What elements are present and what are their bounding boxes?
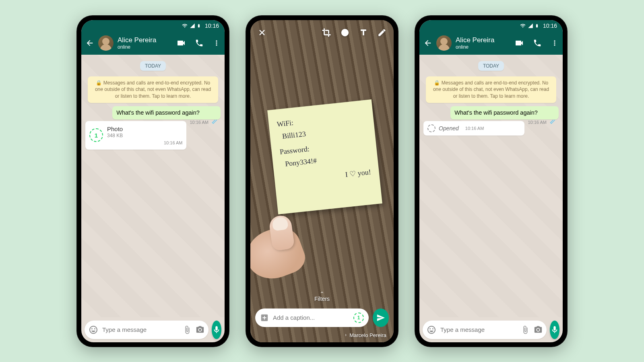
lock-icon: 🔒	[434, 80, 440, 86]
battery-icon	[535, 23, 539, 29]
attach-icon[interactable]	[521, 325, 530, 334]
message-input-field[interactable]	[85, 321, 208, 339]
svg-point-3	[346, 31, 347, 32]
camera-icon[interactable]	[534, 325, 543, 334]
back-arrow-icon[interactable]	[423, 39, 432, 47]
message-text: What's the wifi password again?	[454, 109, 538, 116]
close-icon[interactable]	[258, 28, 266, 37]
svg-point-1	[342, 29, 349, 36]
emoji-icon[interactable]	[89, 325, 98, 335]
date-pill: TODAY	[478, 61, 504, 71]
text-icon[interactable]	[359, 28, 368, 37]
phone-3: 10:16 Alice Pereira online TODAY 🔒Messag…	[415, 15, 568, 347]
avatar[interactable]	[98, 35, 114, 51]
status-time: 10:16	[205, 23, 219, 29]
mic-button[interactable]	[212, 321, 221, 339]
status-bar: 10:16	[419, 20, 563, 31]
contact-info[interactable]: Alice Pereira online	[118, 36, 172, 50]
phone-1: 10:16 Alice Pereira online TODAY 🔒Messag…	[76, 15, 229, 347]
menu-icon[interactable]	[551, 39, 559, 47]
input-bar	[419, 317, 563, 342]
contact-status: online	[456, 44, 510, 50]
media-time: 10:16 AM	[107, 140, 182, 146]
message-outgoing[interactable]: What's the wifi password again? 10:16 AM	[450, 106, 559, 119]
media-size: 348 KB	[107, 133, 182, 139]
camera-icon[interactable]	[196, 325, 204, 334]
message-input[interactable]	[440, 326, 517, 333]
status-time: 10:16	[543, 23, 557, 29]
contact-status: online	[118, 44, 172, 50]
chat-header: Alice Pereira online	[81, 31, 225, 55]
attach-icon[interactable]	[183, 325, 192, 334]
voice-call-icon[interactable]	[195, 39, 204, 47]
editor-toolbar	[250, 20, 394, 45]
back-arrow-icon[interactable]	[85, 39, 94, 47]
signal-icon	[190, 23, 195, 29]
message-time: 10:16 AM	[190, 119, 217, 125]
view-once-icon: 1	[89, 128, 103, 142]
status-bar: 10:16	[81, 20, 225, 31]
video-call-icon[interactable]	[176, 38, 186, 48]
view-once-opened-message[interactable]: Opened 10:16 AM	[423, 121, 524, 136]
read-receipt-icon	[549, 119, 555, 125]
message-time: 10:16 AM	[528, 119, 555, 125]
chevron-up-icon	[318, 290, 326, 295]
chevron-right-icon	[344, 333, 348, 337]
date-pill: TODAY	[140, 61, 166, 71]
send-button[interactable]	[373, 309, 389, 327]
sticky-note: WiFi: Billi123 Password: Pony334!# I ♡ y…	[267, 99, 382, 214]
chat-body[interactable]: TODAY 🔒Messages and calls are end-to-end…	[419, 55, 563, 317]
crop-icon[interactable]	[322, 28, 331, 37]
contact-name: Alice Pereira	[456, 36, 510, 44]
recipient-chip[interactable]: Marcelo Pereira	[344, 332, 386, 338]
svg-point-4	[537, 329, 539, 331]
lock-icon: 🔒	[96, 80, 102, 86]
voice-call-icon[interactable]	[533, 39, 542, 47]
contact-info[interactable]: Alice Pereira online	[456, 36, 510, 50]
video-call-icon[interactable]	[514, 38, 524, 48]
chat-body[interactable]: TODAY 🔒Messages and calls are end-to-end…	[81, 55, 225, 317]
contact-name: Alice Pereira	[118, 36, 172, 44]
menu-icon[interactable]	[213, 39, 221, 47]
sticker-icon[interactable]	[341, 28, 349, 37]
add-media-icon[interactable]	[260, 313, 269, 322]
message-input[interactable]	[102, 326, 179, 333]
read-receipt-icon	[211, 119, 217, 125]
view-once-toggle[interactable]: 1	[353, 313, 364, 323]
svg-point-0	[199, 329, 201, 331]
caption-input-field[interactable]: 1	[255, 309, 369, 327]
encryption-notice[interactable]: 🔒Messages and calls are end-to-end encry…	[88, 76, 218, 103]
media-title: Photo	[107, 125, 182, 133]
draw-icon[interactable]	[378, 28, 386, 37]
wifi-icon	[520, 23, 526, 29]
signal-icon	[528, 23, 533, 29]
emoji-icon[interactable]	[427, 325, 436, 335]
message-outgoing[interactable]: What's the wifi password again? 10:16 AM	[112, 106, 221, 119]
encryption-notice[interactable]: 🔒Messages and calls are end-to-end encry…	[426, 76, 556, 103]
svg-point-2	[343, 31, 344, 32]
input-bar	[81, 317, 225, 342]
caption-bar: 1	[255, 309, 389, 327]
opened-label: Opened	[439, 125, 459, 132]
opened-circle-icon	[427, 124, 436, 132]
battery-icon	[197, 23, 201, 29]
message-time: 10:16 AM	[465, 125, 484, 131]
message-input-field[interactable]	[423, 321, 547, 339]
caption-input[interactable]	[273, 314, 349, 321]
phone-2: WiFi: Billi123 Password: Pony334!# I ♡ y…	[246, 15, 398, 347]
mic-button[interactable]	[550, 321, 559, 339]
avatar[interactable]	[436, 35, 452, 51]
chat-header: Alice Pereira online	[419, 31, 563, 55]
filters-toggle[interactable]: Filters	[250, 290, 394, 302]
message-text: What's the wifi password again?	[116, 109, 200, 116]
wifi-icon	[182, 23, 188, 29]
view-once-photo-message[interactable]: 1 Photo 348 KB 10:16 AM	[85, 121, 186, 150]
